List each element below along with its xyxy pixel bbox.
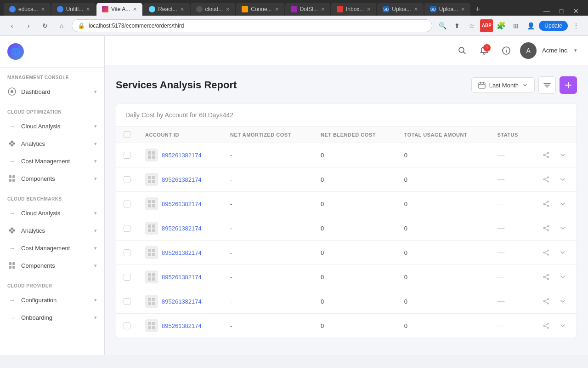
tab-cloud[interactable]: cloud... ✕ [191, 3, 236, 16]
maximize-button[interactable]: □ [555, 6, 568, 16]
row-share-btn-7[interactable] [540, 319, 553, 332]
sidebar-item-analytics-bench[interactable]: Analytics ▾ [0, 222, 104, 239]
reload-button[interactable]: ↻ [39, 19, 51, 32]
home-button[interactable]: ⌂ [55, 19, 68, 32]
tab-react[interactable]: React... ✕ [143, 3, 189, 16]
tab-close-conne[interactable]: ✕ [275, 6, 279, 12]
analytics-opt-icon [7, 139, 17, 148]
tab-close-uploa2[interactable]: ✕ [461, 6, 465, 12]
svg-line-101 [545, 302, 548, 303]
row-share-btn-4[interactable] [540, 246, 553, 259]
tab-close-educa[interactable]: ✕ [41, 6, 45, 12]
address-bar[interactable]: 🔒 localhost:5173/ecommerce/orders/third [72, 19, 432, 32]
row-share-btn-3[interactable] [540, 222, 553, 235]
tab-close-vite[interactable]: ✕ [133, 6, 137, 12]
tab-vite[interactable]: Vite A... ✕ [96, 3, 142, 16]
svg-point-109 [543, 325, 545, 327]
ext2-icon[interactable]: ⊞ [509, 19, 522, 32]
tab-close-uploa1[interactable]: ✕ [414, 6, 418, 12]
app-layout: 🌐 MANAGEMENT CONSOLE Dashboard ▾ CLOUD O… [0, 36, 588, 355]
tab-untitl[interactable]: Untitl... ✕ [51, 3, 96, 16]
menu-icon[interactable]: ⋮ [570, 19, 582, 32]
row-share-btn-2[interactable] [540, 197, 553, 210]
row-checkbox-4[interactable] [124, 249, 130, 256]
account-link-2[interactable]: 895261382174 [162, 201, 202, 207]
analytics-opt-label: Analytics [21, 140, 90, 147]
row-expand-btn-6[interactable] [556, 295, 569, 308]
row-checkbox-6[interactable] [124, 298, 130, 305]
filter-button[interactable] [538, 76, 556, 94]
total-usage-cell-6: 0 [397, 289, 490, 314]
company-chevron-icon[interactable]: ▾ [574, 47, 577, 53]
back-button[interactable]: ‹ [6, 19, 18, 32]
sidebar-item-components-bench[interactable]: Components ▾ [0, 257, 104, 274]
row-expand-btn-4[interactable] [556, 246, 569, 259]
account-link-7[interactable]: 895261382174 [162, 322, 202, 329]
account-link-5[interactable]: 895261382174 [162, 274, 202, 281]
tab-conne[interactable]: Conne... ✕ [236, 3, 284, 16]
sidebar-item-configuration[interactable]: → Configuration ▾ [0, 291, 104, 309]
tab-uploa2[interactable]: SB Uploa... ✕ [424, 3, 470, 16]
row-share-btn-1[interactable] [540, 173, 553, 186]
tab-close-inbox[interactable]: ✕ [367, 6, 371, 12]
tab-uploa1[interactable]: SB Uploa... ✕ [377, 3, 423, 16]
search-icon[interactable]: 🔍 [436, 19, 449, 32]
close-window-button[interactable]: ✕ [570, 6, 582, 16]
sidebar-item-dashboard[interactable]: Dashboard ▾ [0, 83, 104, 100]
add-button[interactable] [560, 76, 577, 94]
row-expand-btn-5[interactable] [556, 270, 569, 283]
analytics-bench-label: Analytics [21, 227, 90, 234]
account-link-1[interactable]: 895261382174 [162, 176, 202, 183]
net-amortized-cell-4: - [223, 241, 313, 265]
sidebar-item-cost-management-opt[interactable]: → Cost Management ▾ [0, 152, 104, 170]
tab-inbox[interactable]: Inbox... ✕ [331, 3, 376, 16]
row-checkbox-5[interactable] [124, 274, 130, 281]
tab-close-cloud[interactable]: ✕ [226, 6, 230, 12]
row-expand-btn-2[interactable] [556, 197, 569, 210]
date-picker-button[interactable]: Last Month [471, 77, 535, 93]
new-tab-button[interactable]: + [471, 3, 484, 16]
sidebar-item-cost-management-bench[interactable]: → Cost Management ▾ [0, 239, 104, 257]
tab-close-dots[interactable]: ✕ [321, 6, 325, 12]
share-icon[interactable]: ⬆ [451, 19, 464, 32]
row-share-btn-6[interactable] [540, 295, 553, 308]
net-blended-cell-0: 0 [313, 143, 397, 167]
tab-educa[interactable]: educa... ✕ [4, 3, 51, 16]
row-checkbox-7[interactable] [124, 322, 130, 329]
row-expand-btn-7[interactable] [556, 319, 569, 332]
row-checkbox-0[interactable] [124, 152, 130, 159]
forward-button[interactable]: › [22, 19, 35, 32]
row-expand-btn-0[interactable] [556, 149, 569, 161]
row-checkbox-1[interactable] [124, 176, 130, 183]
notifications-button[interactable]: 1 [476, 42, 492, 59]
profile-icon[interactable]: 👤 [524, 19, 537, 32]
update-button[interactable]: Update [539, 21, 568, 31]
row-expand-btn-1[interactable] [556, 173, 569, 186]
minimize-button[interactable]: — [540, 6, 553, 16]
sidebar-item-onboarding[interactable]: → Onboarding ▾ [0, 309, 104, 326]
search-button[interactable] [454, 42, 470, 59]
select-all-checkbox[interactable] [124, 131, 130, 138]
row-expand-btn-3[interactable] [556, 222, 569, 235]
tab-close-untitl[interactable]: ✕ [86, 6, 90, 12]
svg-rect-76 [152, 253, 155, 256]
row-checkbox-2[interactable] [124, 201, 130, 207]
info-button[interactable] [498, 42, 514, 59]
account-link-4[interactable]: 895261382174 [162, 249, 202, 256]
row-share-btn-0[interactable] [540, 149, 553, 161]
account-link-0[interactable]: 895261382174 [162, 152, 202, 159]
ext1-icon[interactable]: 🧩 [495, 19, 508, 32]
abp-icon[interactable]: ABP [480, 19, 493, 32]
row-checkbox-3[interactable] [124, 225, 130, 232]
tab-close-react[interactable]: ✕ [180, 6, 184, 12]
account-link-3[interactable]: 895261382174 [162, 225, 202, 232]
row-share-btn-5[interactable] [540, 270, 553, 283]
sidebar-item-cloud-analysis-bench[interactable]: → Cloud Analysis ▾ [0, 204, 104, 222]
table-body: 895261382174 - 0 0 — [116, 143, 577, 338]
sidebar-item-components-opt[interactable]: Components ▾ [0, 170, 104, 187]
tab-dots[interactable]: DotSl... ✕ [285, 3, 330, 16]
sidebar-item-analytics-opt[interactable]: Analytics ▾ [0, 135, 104, 152]
account-link-6[interactable]: 895261382174 [162, 298, 202, 305]
sidebar-item-cloud-analysis-opt[interactable]: → Cloud Analysis ▾ [0, 117, 104, 135]
bookmark-icon[interactable]: ☆ [465, 19, 478, 32]
